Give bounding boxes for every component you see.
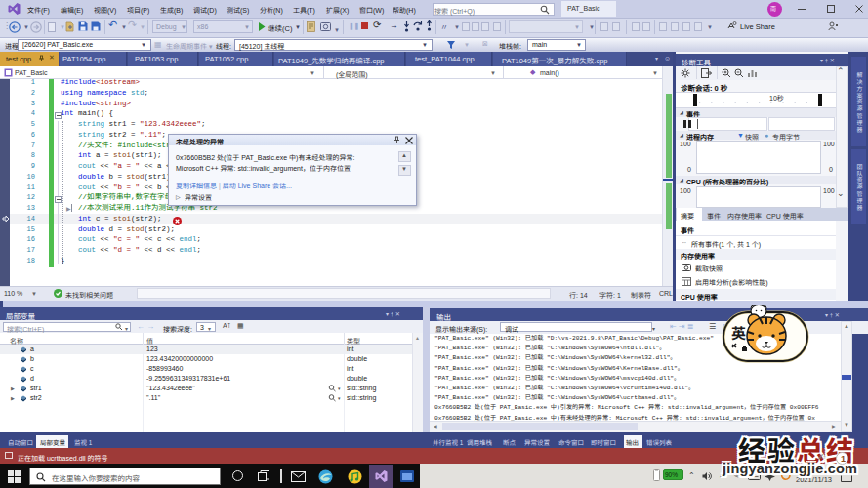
svg-text:英: 英 [731, 322, 746, 343]
